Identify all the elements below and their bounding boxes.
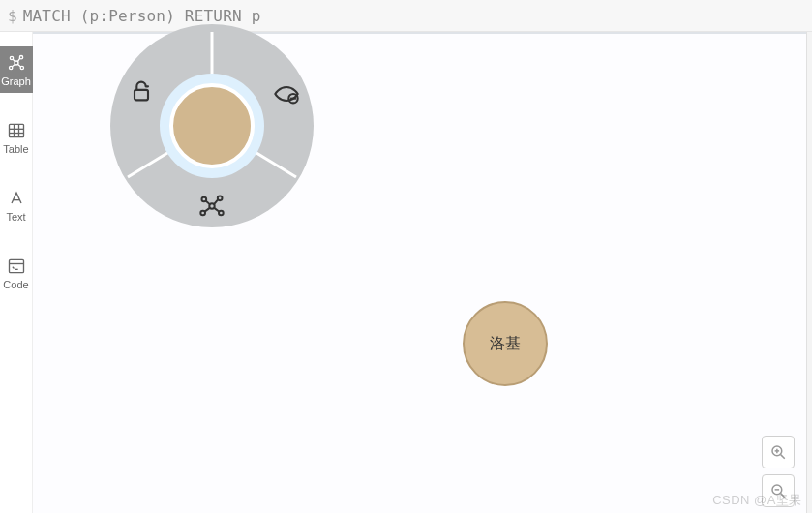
tab-code[interactable]: Code — [0, 250, 33, 296]
result-frame: Graph Table Text Code — [0, 32, 812, 513]
tab-graph-label: Graph — [1, 75, 31, 87]
zoom-in-button[interactable] — [762, 436, 795, 468]
tab-text-label: Text — [6, 211, 25, 223]
svg-point-2 — [9, 66, 12, 69]
graph-canvas[interactable]: 洛基 — [33, 32, 812, 513]
svg-rect-15 — [9, 259, 23, 272]
tab-table-label: Table — [3, 143, 28, 155]
tab-graph[interactable]: Graph — [0, 46, 33, 93]
svg-point-26 — [200, 211, 205, 216]
svg-line-8 — [17, 64, 20, 67]
svg-line-29 — [206, 200, 210, 204]
svg-line-38 — [781, 494, 785, 498]
tab-table[interactable]: Table — [0, 114, 33, 161]
zoom-out-icon — [769, 482, 787, 499]
svg-line-31 — [205, 208, 210, 212]
node-label: 洛基 — [490, 334, 521, 354]
svg-line-6 — [17, 58, 20, 62]
unlock-icon[interactable] — [128, 77, 155, 105]
query-prompt: $ — [8, 7, 17, 25]
svg-line-30 — [214, 199, 218, 204]
svg-line-32 — [214, 208, 219, 212]
radial-menu — [110, 24, 314, 227]
query-text: MATCH (p:Person) RETURN p — [23, 7, 261, 25]
view-tabs: Graph Table Text Code — [0, 32, 33, 513]
selected-node[interactable] — [169, 83, 255, 168]
text-icon — [7, 189, 26, 208]
tab-text[interactable]: Text — [0, 182, 33, 228]
graph-node[interactable]: 洛基 — [463, 301, 548, 386]
zoom-controls — [762, 436, 795, 507]
graph-icon — [7, 53, 26, 73]
svg-rect-21 — [135, 90, 148, 101]
code-icon — [7, 256, 26, 276]
svg-line-7 — [12, 64, 15, 67]
zoom-in-icon — [769, 443, 787, 461]
eye-off-icon[interactable] — [273, 80, 300, 107]
svg-line-5 — [13, 59, 15, 62]
right-gutter — [806, 32, 812, 513]
svg-rect-9 — [9, 124, 23, 136]
graph-expand-icon[interactable] — [198, 193, 226, 220]
svg-line-34 — [781, 455, 785, 459]
tab-code-label: Code — [3, 279, 28, 290]
zoom-out-button[interactable] — [762, 474, 795, 507]
svg-point-0 — [10, 56, 13, 59]
table-icon — [7, 121, 26, 140]
